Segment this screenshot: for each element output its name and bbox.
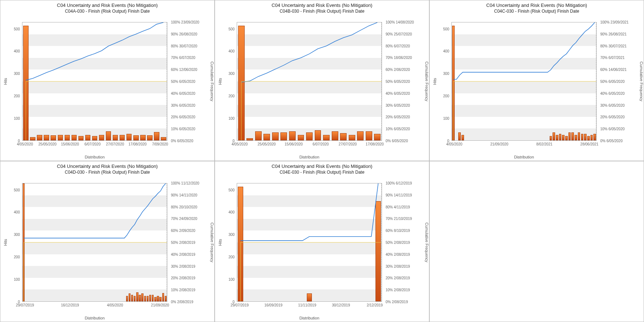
y-axis: 0100200300400500Hits: [215, 22, 236, 141]
chart-subtitle: C04D-030 - Finish (Risk Output) Finish D…: [0, 170, 214, 175]
y-axis-label: Hits: [3, 78, 8, 85]
chart-cell-5: [429, 161, 644, 322]
chart-title: C04 Uncertainty and Risk Events (No Miti…: [0, 3, 214, 8]
y-axis: 0100200300400500Hits: [0, 183, 21, 302]
chart-cell-1: C04 Uncertainty and Risk Events (No Miti…: [215, 0, 429, 161]
x-axis: 4/05/202025/05/202015/06/20206/07/202027…: [237, 141, 382, 161]
chart-subtitle: C04C-030 - Finish (Risk Output) Finish D…: [430, 9, 644, 14]
x-axis: 29/07/201916/12/20194/05/202021/09/2020D…: [22, 302, 167, 322]
x-axis-label: Distribution: [299, 316, 319, 320]
y2-axis: 0% 2/08/201910% 2/08/201920% 2/08/201930…: [383, 183, 429, 302]
chart-title: C04 Uncertainty and Risk Events (No Miti…: [215, 3, 429, 8]
y2-axis-label: Cumulative Frequency: [210, 223, 214, 262]
y2-axis: 0% 6/05/202010% 6/05/202020% 6/05/202030…: [598, 22, 644, 141]
x-axis: 29/07/201916/09/201911/11/201930/12/2019…: [237, 302, 382, 322]
y-axis-label: Hits: [3, 239, 8, 246]
x-axis-label: Distribution: [299, 155, 319, 159]
plot-area: [22, 183, 167, 302]
y2-axis-label: Cumulative Frequency: [639, 62, 644, 101]
chart-cell-3: C04 Uncertainty and Risk Events (No Miti…: [0, 161, 215, 322]
y-axis-label: Hits: [218, 239, 222, 246]
cumulative-line: [22, 22, 167, 140]
x-axis: 4/05/202021/09/20208/02/202128/06/2021Di…: [451, 141, 597, 161]
y-axis-label: Hits: [433, 78, 437, 85]
cumulative-line: [452, 22, 596, 140]
cumulative-line: [237, 22, 382, 140]
x-axis: 4/05/202025/05/202015/06/20206/07/202027…: [22, 141, 167, 161]
y-axis: 0100200300400500Hits: [0, 22, 21, 141]
chart-subtitle: C04E-030 - Finish (Risk Output) Finish D…: [215, 170, 429, 175]
chart-subtitle: C04A-030 - Finish (Risk Output) Finish D…: [0, 9, 214, 14]
chart-cell-4: C04 Uncertainty and Risk Events (No Miti…: [215, 161, 429, 322]
plot-area: [237, 22, 382, 141]
chart-grid: C04 Uncertainty and Risk Events (No Miti…: [0, 0, 644, 322]
y-axis-label: Hits: [218, 78, 222, 85]
plot-area: [237, 183, 382, 302]
y2-axis-label: Cumulative Frequency: [425, 223, 429, 262]
cumulative-line: [237, 183, 382, 301]
x-axis-label: Distribution: [85, 155, 104, 159]
x-axis-label: Distribution: [514, 155, 534, 159]
chart-title: C04 Uncertainty and Risk Events (No Miti…: [215, 164, 429, 169]
y2-axis: 0% 2/08/201910% 2/08/201920% 2/08/201930…: [169, 183, 214, 302]
y2-axis: 0% 6/05/202010% 6/05/202020% 6/05/202030…: [383, 22, 429, 141]
x-axis-label: Distribution: [85, 316, 104, 320]
chart-cell-2: C04 Uncertainty and Risk Events (No Miti…: [429, 0, 644, 161]
chart-subtitle: C04B-030 - Finish (Risk Output) Finish D…: [215, 9, 429, 14]
plot-area: [451, 22, 597, 141]
chart-cell-0: C04 Uncertainty and Risk Events (No Miti…: [0, 0, 215, 161]
plot-area: [22, 22, 167, 141]
y2-axis-label: Cumulative Frequency: [425, 62, 429, 101]
chart-title: C04 Uncertainty and Risk Events (No Miti…: [430, 3, 644, 8]
cumulative-line: [22, 183, 167, 301]
chart-title: C04 Uncertainty and Risk Events (No Miti…: [0, 164, 214, 169]
y2-axis-label: Cumulative Frequency: [210, 62, 214, 101]
y-axis: 0100200300400500Hits: [430, 22, 451, 141]
y2-axis: 0% 6/05/202010% 6/05/202020% 6/05/202030…: [169, 22, 214, 141]
y-axis: 0100200300400500Hits: [215, 183, 236, 302]
